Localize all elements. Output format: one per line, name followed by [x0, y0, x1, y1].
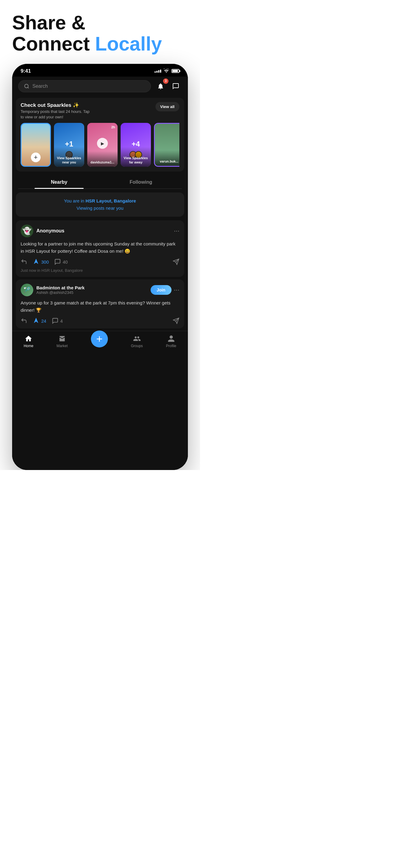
spaarkle-nearby-card[interactable]: +1 View Spaarklesnear you — [54, 123, 84, 167]
post-1-author: Anonymous — [36, 228, 174, 234]
spaarkles-section: Check out Spaarkles ✨ Temporary posts th… — [16, 98, 184, 172]
bell-icon — [157, 83, 164, 90]
wifi-icon — [164, 68, 169, 74]
post-card-1: 👻 Anonymous ··· Looking for a partner to… — [16, 220, 184, 277]
tab-nearby[interactable]: Nearby — [18, 176, 100, 189]
spaarkle-person-username: varun.buk... — [157, 159, 179, 163]
post-2-handle: Ashish @ashish2345 — [36, 290, 151, 295]
view-all-button[interactable]: View all — [155, 102, 179, 112]
post-2-avatar: 🏸 — [21, 284, 33, 296]
spaarkles-title: Check out Spaarkles ✨ — [21, 102, 93, 108]
message-icon — [172, 83, 179, 90]
location-subtext: Viewing posts near you — [21, 205, 179, 212]
post-2-upvote-count: 24 — [41, 318, 46, 323]
app-content: Search 3 — [12, 76, 188, 470]
header-icons: 3 — [154, 80, 182, 92]
spaarkle-play-button[interactable]: ▶ — [97, 138, 108, 149]
bottom-nav: Home Market Groups — [12, 331, 188, 354]
share-icon — [173, 258, 179, 265]
post-card-2: 🏸 Badminton at the Park Ashish @ashish23… — [16, 279, 184, 329]
location-banner: You are in HSR Layout, Bangalore Viewing… — [16, 192, 184, 217]
post-1-more-button[interactable]: ··· — [174, 227, 179, 235]
comment-icon-2 — [52, 317, 58, 324]
groups-icon — [133, 335, 141, 343]
post-1-comment-button[interactable]: 40 — [54, 258, 68, 265]
post-2-share-button[interactable] — [173, 317, 179, 324]
notification-badge: 3 — [163, 79, 169, 84]
headline-line2-black: Connect — [12, 33, 90, 55]
nav-profile-label: Profile — [166, 344, 176, 348]
spaarkle-add-card[interactable]: + — [21, 123, 51, 167]
post-2-more-button[interactable]: ··· — [174, 286, 179, 294]
status-time: 9:41 — [21, 68, 31, 74]
reply-icon — [21, 258, 27, 265]
svg-marker-5 — [34, 318, 38, 323]
post-2-actions: 24 4 — [21, 317, 179, 324]
nav-home-label: Home — [24, 344, 33, 348]
svg-marker-2 — [34, 259, 38, 264]
post-2-comment-count: 4 — [60, 318, 63, 323]
nav-market-label: Market — [57, 344, 68, 348]
plus-icon — [95, 334, 104, 343]
post-2-join-button[interactable]: Join — [151, 285, 172, 295]
nav-groups-label: Groups — [131, 344, 143, 348]
tab-following[interactable]: Following — [100, 176, 182, 189]
headline-line1: Share & — [12, 12, 85, 34]
spaarkle-video-time: 2h — [111, 125, 115, 129]
post-1-actions: 300 40 — [21, 258, 179, 265]
battery-icon — [172, 69, 179, 73]
post-2-author: Badminton at the Park — [36, 285, 151, 290]
post-2-reply-button[interactable] — [21, 317, 27, 324]
location-name: HSR Layout, Bangalore — [85, 198, 136, 204]
spaarkle-video-username: daviduzuma1... — [90, 160, 115, 164]
spaarkle-person-card[interactable]: varun.buk... — [154, 123, 179, 167]
upvote-icon-2 — [33, 317, 39, 324]
post-1-avatar: 👻 — [21, 224, 33, 237]
post-1-meta: Just now in HSR Layout, Bangalore — [21, 268, 179, 273]
upvote-icon — [33, 258, 39, 265]
search-bar[interactable]: Search — [18, 80, 151, 92]
post-1-share-button[interactable] — [173, 258, 179, 265]
spaarkles-header: Check out Spaarkles ✨ Temporary posts th… — [21, 102, 179, 120]
nav-home[interactable]: Home — [24, 335, 33, 348]
ghost-icon: 👻 — [22, 227, 31, 235]
tabs-row: Nearby Following — [18, 176, 182, 189]
add-spaarkle-icon: + — [31, 153, 40, 162]
post-1-header: 👻 Anonymous ··· — [21, 224, 179, 237]
page-wrapper: Share & Connect Locally 9:41 — [0, 0, 200, 470]
signal-icon — [154, 70, 161, 73]
nav-profile[interactable]: Profile — [166, 335, 176, 348]
search-placeholder: Search — [32, 84, 48, 89]
app-header: Search 3 — [12, 76, 188, 95]
messages-button[interactable] — [170, 80, 182, 92]
post-2-header: 🏸 Badminton at the Park Ashish @ashish23… — [21, 284, 179, 296]
search-icon — [24, 84, 29, 89]
nav-groups[interactable]: Groups — [131, 335, 143, 348]
market-icon — [58, 335, 66, 343]
spaarkles-subtitle: Temporary posts that last 24 hours. Tap … — [21, 109, 93, 120]
status-right — [154, 68, 179, 74]
nav-market[interactable]: Market — [57, 335, 68, 348]
post-1-reply-button[interactable] — [21, 258, 27, 265]
share-icon-2 — [173, 317, 179, 324]
post-1-upvote-button[interactable]: 300 — [33, 258, 49, 265]
phone-frame: 9:41 — [12, 64, 188, 470]
profile-icon — [167, 335, 175, 343]
spaarkle-far-card[interactable]: +4 View Spaarklesfar away — [121, 123, 151, 167]
notification-button[interactable]: 3 — [154, 80, 167, 92]
status-bar: 9:41 — [12, 64, 188, 76]
headline: Share & Connect Locally — [12, 12, 188, 55]
reply-icon-2 — [21, 317, 27, 324]
spaarkle-video-card[interactable]: 2h ▶ daviduzuma1... — [87, 123, 118, 167]
svg-point-0 — [25, 84, 28, 88]
spaarkle-nearby-label: View Spaarklesnear you — [56, 156, 82, 165]
post-2-upvote-button[interactable]: 24 — [33, 317, 46, 324]
headline-line2-blue: Locally — [95, 33, 162, 55]
post-2-comment-button[interactable]: 4 — [52, 317, 63, 324]
nav-create-button[interactable] — [91, 331, 108, 347]
post-1-body: Looking for a partner to join me this up… — [21, 240, 179, 255]
post-2-body: Anyone up for 3 game match at the park a… — [21, 299, 179, 314]
home-icon — [25, 335, 32, 343]
post-1-comment-count: 40 — [63, 259, 68, 265]
spaarkles-scroll: + +1 View Spaarklesnear you — [21, 123, 179, 167]
